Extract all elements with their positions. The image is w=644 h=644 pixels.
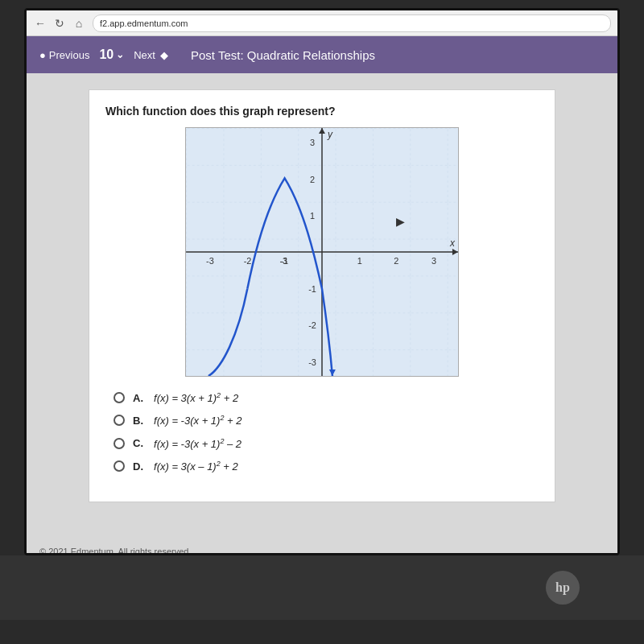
radio-a[interactable] xyxy=(114,392,125,403)
next-button[interactable]: Next ◆ xyxy=(134,49,168,61)
answer-choice-a: A. f(x) = 3(x + 1)2 + 2 xyxy=(114,391,539,404)
previous-button[interactable]: ● Previous xyxy=(39,49,89,61)
browser-bar: ← ↻ ⌂ f2.app.edmentum.com xyxy=(27,10,617,36)
choice-formula-a: f(x) = 3(x + 1)2 + 2 xyxy=(154,391,238,404)
back-button[interactable]: ← xyxy=(33,16,47,31)
url-text: f2.app.edmentum.com xyxy=(100,19,188,28)
hp-label: hp xyxy=(555,580,570,595)
svg-text:3: 3 xyxy=(431,256,436,266)
radio-d[interactable] xyxy=(114,460,125,472)
graph-svg: -3 -3 -2 -1 1 2 3 3 2 1 xyxy=(186,128,458,376)
choice-formula-d: f(x) = 3(x – 1)2 + 2 xyxy=(154,460,238,473)
laptop-bottom: hp xyxy=(0,555,644,620)
choice-letter-b: B. xyxy=(133,415,146,427)
chevron-down-icon[interactable]: ⌄ xyxy=(116,49,124,60)
question-text: Which function does this graph represent… xyxy=(105,105,539,118)
svg-text:-2: -2 xyxy=(308,320,316,330)
choice-letter-c: C. xyxy=(133,437,146,449)
question-number: 10 ⌄ xyxy=(99,47,124,62)
next-label: Next xyxy=(134,49,155,61)
svg-text:2: 2 xyxy=(310,175,315,184)
address-bar[interactable]: f2.app.edmentum.com xyxy=(93,14,611,32)
footer: © 2021 Edmentum. All rights reserved. xyxy=(27,540,617,555)
svg-text:y: y xyxy=(327,129,333,140)
choice-formula-c: f(x) = -3(x + 1)2 – 2 xyxy=(154,437,242,450)
svg-text:-2: -2 xyxy=(244,256,252,266)
answer-choices: A. f(x) = 3(x + 1)2 + 2 B. f(x) = -3(x +… xyxy=(105,391,539,473)
svg-text:x: x xyxy=(449,237,456,249)
svg-text:1: 1 xyxy=(310,211,315,221)
page-title: Post Test: Quadratic Relationships xyxy=(191,48,375,62)
choice-letter-a: A. xyxy=(133,392,146,404)
nav-toolbar: ● Previous 10 ⌄ Next ◆ Post Test: Quadra… xyxy=(27,36,617,73)
answer-choice-c: C. f(x) = -3(x + 1)2 – 2 xyxy=(114,437,539,450)
choice-letter-d: D. xyxy=(133,460,146,473)
svg-text:1: 1 xyxy=(357,256,362,266)
svg-text:3: 3 xyxy=(310,138,315,147)
content-area: Which function does this graph represent… xyxy=(27,73,617,540)
radio-b[interactable] xyxy=(114,415,125,426)
svg-text:-1: -1 xyxy=(280,256,288,266)
bookmark-icon: ◆ xyxy=(160,49,168,61)
svg-text:▶: ▶ xyxy=(396,215,405,228)
question-num-value: 10 xyxy=(99,47,114,62)
browser-controls: ← ↻ ⌂ xyxy=(33,16,86,31)
svg-text:2: 2 xyxy=(394,256,398,266)
footer-text: © 2021 Edmentum. All rights reserved. xyxy=(39,547,191,555)
svg-text:-1: -1 xyxy=(308,284,316,294)
refresh-button[interactable]: ↻ xyxy=(52,16,67,31)
radio-c[interactable] xyxy=(114,438,125,449)
question-box: Which function does this graph represent… xyxy=(89,89,555,502)
previous-icon: ● xyxy=(39,49,46,61)
svg-text:-3: -3 xyxy=(206,256,214,266)
svg-text:-3: -3 xyxy=(308,357,316,367)
answer-choice-b: B. f(x) = -3(x + 1)2 + 2 xyxy=(114,414,539,427)
choice-formula-b: f(x) = -3(x + 1)2 + 2 xyxy=(154,414,242,427)
graph-container: -3 -3 -2 -1 1 2 3 3 2 1 xyxy=(185,127,459,377)
answer-choice-d: D. f(x) = 3(x – 1)2 + 2 xyxy=(114,460,539,473)
hp-logo: hp xyxy=(546,571,580,605)
previous-label: Previous xyxy=(49,49,90,61)
home-button[interactable]: ⌂ xyxy=(72,16,86,31)
